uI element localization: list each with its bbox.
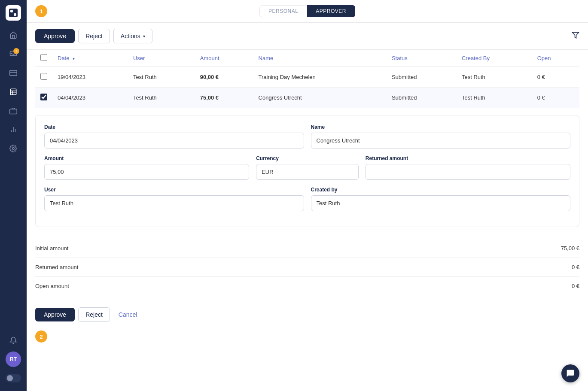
col-amount: Amount — [195, 50, 253, 67]
date-label: Date — [44, 124, 304, 130]
sidebar-item-luggage[interactable] — [6, 103, 21, 118]
step-badge-1: 1 — [35, 5, 47, 17]
form-row-3: User Created by — [44, 187, 570, 211]
returned-amount-row: Returned amount 0 € — [35, 258, 579, 277]
row1-user: Test Ruth — [128, 67, 195, 88]
bottom-cancel-button[interactable]: Cancel — [113, 308, 143, 321]
sidebar-item-reports[interactable] — [6, 122, 21, 137]
row1-name: Training Day Mechelen — [253, 67, 387, 88]
sidebar-item-notifications[interactable] — [6, 333, 21, 348]
user-input[interactable] — [44, 195, 304, 211]
sidebar-item-expenses[interactable] — [6, 84, 21, 100]
actions-chevron-icon: ▾ — [143, 34, 145, 39]
amount-label: Amount — [44, 155, 249, 161]
main-content: 1 PERSONAL APPROVER Approve Reject Actio… — [27, 0, 588, 391]
approve-button[interactable]: Approve — [35, 29, 75, 43]
returned-amount-summary-value: 0 € — [572, 264, 579, 270]
date-field-group: Date — [44, 124, 304, 149]
inbox-badge: 1 — [13, 48, 19, 54]
form-row-2: Amount Currency Returned amount — [44, 155, 570, 180]
tab-approver[interactable]: APPROVER — [307, 5, 355, 17]
row2-status: Submitted — [387, 88, 457, 108]
user-label: User — [44, 187, 304, 193]
page-header: 1 PERSONAL APPROVER — [27, 0, 588, 23]
svg-rect-7 — [10, 109, 17, 114]
app-logo[interactable] — [6, 5, 21, 21]
chat-button[interactable] — [561, 364, 579, 382]
open-amount-value: 0 € — [572, 283, 579, 289]
sidebar: 1 — [0, 0, 27, 391]
row1-checkbox[interactable] — [40, 73, 47, 80]
created-by-field-group: Created by — [311, 187, 571, 211]
sidebar-item-cards[interactable] — [6, 65, 21, 81]
initial-amount-label: Initial amount — [35, 245, 68, 252]
bottom-reject-button[interactable]: Reject — [78, 307, 110, 322]
theme-toggle[interactable] — [6, 374, 21, 382]
created-by-label: Created by — [311, 187, 571, 193]
initial-amount-row: Initial amount 75,00 € — [35, 239, 579, 258]
expenses-table-container: Date ▾ User Amount Name Status Created B… — [27, 50, 588, 108]
summary-section: Initial amount 75,00 € Returned amount 0… — [27, 234, 588, 300]
bottom-action-bar: Approve Reject Cancel — [27, 300, 588, 329]
action-toolbar: Approve Reject Actions ▾ — [27, 23, 588, 50]
reject-button[interactable]: Reject — [78, 29, 110, 43]
row1-date: 19/04/2023 — [52, 67, 128, 88]
expenses-table: Date ▾ User Amount Name Status Created B… — [35, 50, 579, 108]
name-input[interactable] — [311, 133, 571, 149]
view-tab-switcher: PERSONAL APPROVER — [259, 5, 355, 17]
table-row[interactable]: 19/04/2023 Test Ruth 90,00 € Training Da… — [35, 67, 579, 88]
svg-rect-3 — [10, 89, 16, 95]
actions-button[interactable]: Actions ▾ — [113, 29, 152, 43]
name-field-group: Name — [311, 124, 571, 149]
returned-amount-field-group: Returned amount — [366, 155, 570, 180]
currency-input[interactable] — [256, 164, 359, 180]
tab-personal[interactable]: PERSONAL — [259, 5, 307, 17]
user-field-group: User — [44, 187, 304, 211]
svg-rect-1 — [10, 70, 17, 76]
amount-input[interactable] — [44, 164, 249, 180]
row2-checkbox[interactable] — [40, 94, 47, 100]
row2-open: 0 € — [532, 88, 579, 108]
form-row-1: Date Name — [44, 124, 570, 149]
sidebar-item-inbox[interactable]: 1 — [6, 46, 21, 62]
select-all-checkbox[interactable] — [40, 54, 47, 61]
created-by-input[interactable] — [311, 195, 571, 211]
row2-amount: 75,00 € — [195, 88, 253, 108]
row1-open: 0 € — [532, 67, 579, 88]
row2-user: Test Ruth — [128, 88, 195, 108]
sidebar-item-home[interactable] — [6, 27, 21, 43]
date-sort-icon: ▾ — [73, 56, 75, 61]
row2-name: Congress Utrecht — [253, 88, 387, 108]
col-user: User — [128, 50, 195, 67]
amount-field-group: Amount — [44, 155, 249, 180]
col-status: Status — [387, 50, 457, 67]
initial-amount-value: 75,00 € — [561, 245, 579, 252]
currency-field-group: Currency — [256, 155, 359, 180]
table-row[interactable]: 04/04/2023 Test Ruth 75,00 € Congress Ut… — [35, 88, 579, 108]
col-open: Open — [532, 50, 579, 67]
open-amount-label: Open amount — [35, 283, 69, 289]
detail-panel: Date Name Amount Currency Returned amoun… — [35, 115, 579, 227]
returned-amount-input[interactable] — [366, 164, 570, 180]
row1-created-by: Test Ruth — [457, 67, 532, 88]
name-label: Name — [311, 124, 571, 130]
row2-created-by: Test Ruth — [457, 88, 532, 108]
col-created-by: Created By — [457, 50, 532, 67]
step-badge-2: 2 — [35, 330, 47, 343]
row1-amount: 90,00 € — [195, 67, 253, 88]
sidebar-item-settings[interactable] — [6, 141, 21, 156]
svg-point-11 — [12, 148, 15, 150]
row2-date: 04/04/2023 — [52, 88, 128, 108]
user-avatar[interactable]: RT — [6, 352, 21, 367]
currency-label: Currency — [256, 155, 359, 161]
returned-amount-summary-label: Returned amount — [35, 264, 78, 270]
filter-icon[interactable] — [572, 31, 579, 41]
bottom-approve-button[interactable]: Approve — [35, 308, 75, 321]
returned-amount-label: Returned amount — [366, 155, 570, 161]
col-date[interactable]: Date ▾ — [52, 50, 128, 67]
col-name: Name — [253, 50, 387, 67]
date-input[interactable] — [44, 133, 304, 149]
open-amount-row: Open amount 0 € — [35, 277, 579, 295]
svg-marker-12 — [573, 32, 579, 38]
row1-status: Submitted — [387, 67, 457, 88]
